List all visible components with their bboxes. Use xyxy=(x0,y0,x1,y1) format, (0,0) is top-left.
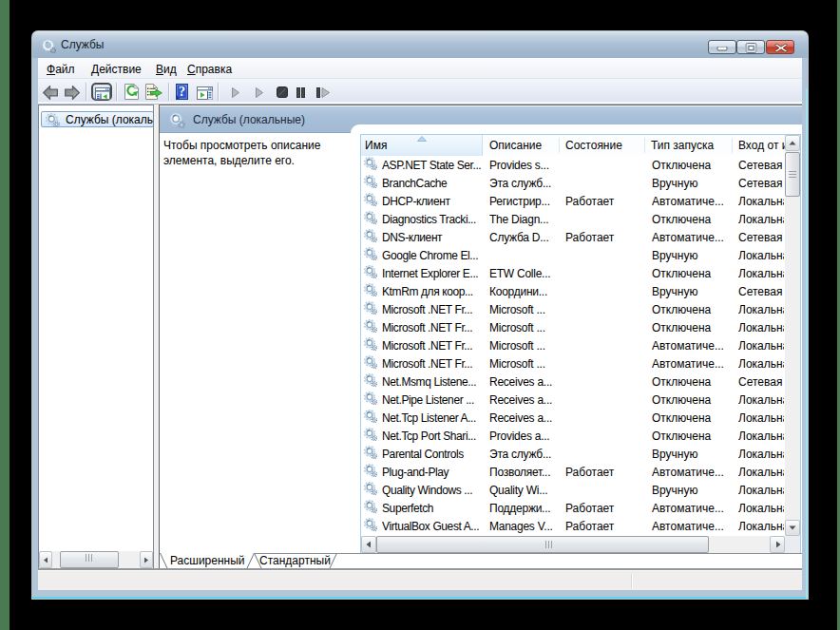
svg-text:?: ? xyxy=(179,85,185,99)
